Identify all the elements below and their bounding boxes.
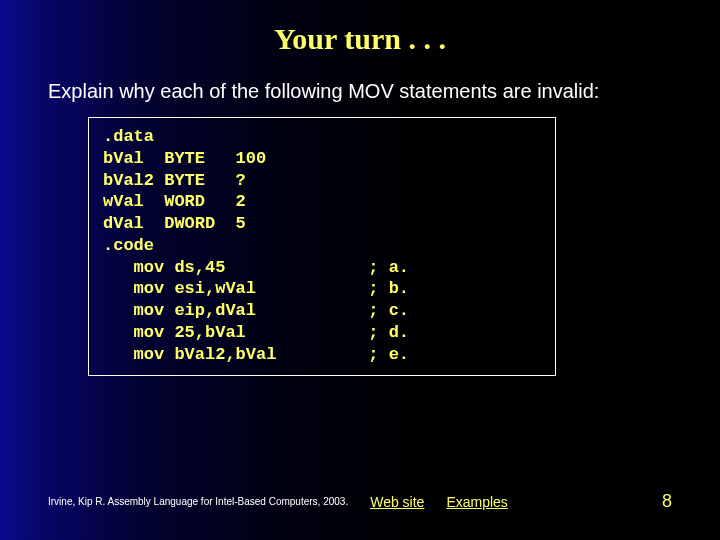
code-listing: .data bVal BYTE 100 bVal2 BYTE ? wVal WO… bbox=[103, 126, 541, 365]
website-link[interactable]: Web site bbox=[370, 494, 424, 510]
prompt-text: Explain why each of the following MOV st… bbox=[48, 80, 720, 103]
footer-left: Irvine, Kip R. Assembly Language for Int… bbox=[48, 494, 508, 510]
examples-link[interactable]: Examples bbox=[446, 494, 507, 510]
footer: Irvine, Kip R. Assembly Language for Int… bbox=[48, 491, 672, 512]
code-box: .data bVal BYTE 100 bVal2 BYTE ? wVal WO… bbox=[88, 117, 556, 376]
credit-text: Irvine, Kip R. Assembly Language for Int… bbox=[48, 496, 348, 507]
page-number: 8 bbox=[662, 491, 672, 512]
slide: Your turn . . . Explain why each of the … bbox=[0, 0, 720, 540]
slide-title: Your turn . . . bbox=[0, 0, 720, 56]
